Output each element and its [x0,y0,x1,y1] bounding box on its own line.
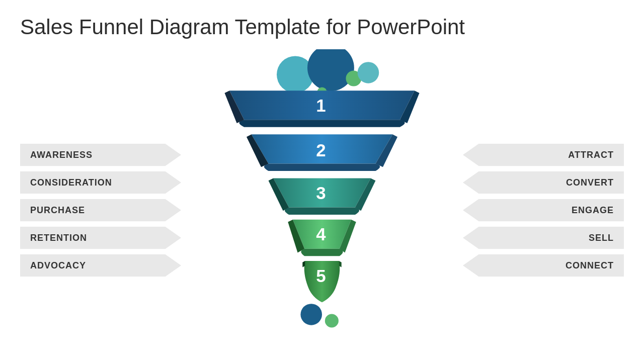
label-connect: CONNECT [463,254,624,277]
label-consideration: CONSIDERATION [20,171,181,194]
funnel-diagram: 1 2 3 4 [201,49,443,351]
funnel-level1-fold [239,120,405,127]
bubble-teal-small [358,62,379,83]
left-labels: AWARENESS CONSIDERATION PURCHASE RETENTI… [20,144,181,277]
bubble-blue-bottom-left [300,304,322,325]
slide: Sales Funnel Diagram Template for PowerP… [0,0,644,362]
right-labels: ATTRACT CONVERT ENGAGE SELL CONNECT [463,144,624,277]
label-convert: CONVERT [463,171,624,194]
bubble-green-bottom [325,314,339,327]
label-awareness: AWARENESS [20,144,181,166]
label-retention: RETENTION [20,227,181,249]
bubble-blue-large [307,49,354,91]
label-attract: ATTRACT [463,144,624,166]
content-area: AWARENESS CONSIDERATION PURCHASE RETENTI… [20,49,624,361]
label-advocacy: ADVOCACY [20,254,181,277]
funnel-number-2: 2 [316,140,326,160]
funnel-number-4: 4 [316,224,326,244]
label-purchase: PURCHASE [20,199,181,222]
funnel-number-3: 3 [316,183,326,203]
funnel-number-5: 5 [316,266,326,286]
funnel-number-1: 1 [316,96,326,115]
funnel-level4-fold [301,249,343,256]
label-engage: ENGAGE [463,199,624,222]
funnel-level3-fold [285,208,359,215]
funnel-level2-fold [264,163,380,171]
label-sell: SELL [463,227,624,249]
bubble-teal-large [277,56,314,94]
funnel-svg: 1 2 3 4 [211,49,433,351]
slide-title: Sales Funnel Diagram Template for PowerP… [20,15,624,39]
